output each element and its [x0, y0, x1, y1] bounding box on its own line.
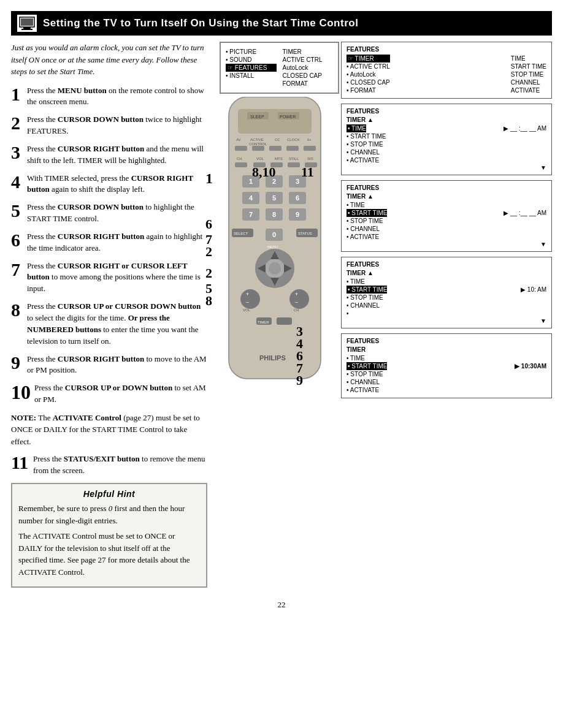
- svg-text:VOL: VOL: [256, 157, 264, 161]
- menu-item-picture: • PICTURE: [226, 48, 277, 56]
- svg-text:AV: AV: [236, 138, 241, 142]
- screen-4-start: • START TIME: [347, 286, 387, 294]
- step-text-1: Press the MENU button on the remote cont…: [27, 85, 207, 108]
- step-label-25-overlay: 2: [205, 265, 212, 281]
- step-text-4: With TIMER selected, press the CUR­SOR R…: [27, 173, 207, 196]
- steps-list: 1 Press the MENU button on the remote co…: [11, 85, 207, 406]
- svg-text:TIMER: TIMER: [258, 320, 269, 324]
- svg-point-61: [269, 262, 281, 275]
- screen-3-time: • TIME: [347, 201, 546, 209]
- svg-text:SLEEP: SLEEP: [250, 115, 264, 119]
- step-text-2: Press the CURSOR DOWN button twice to hi…: [27, 114, 207, 137]
- screen-2-activate: • ACTIVATE: [347, 156, 546, 164]
- step-text-3: Press the CURSOR RIGHT button and the me…: [27, 143, 207, 167]
- screen-3-title: FEATURES: [347, 184, 546, 191]
- screen-box-3: FEATURES TIMER ▲ • TIME • START TIME ▶ _…: [341, 180, 552, 252]
- header-icon: [17, 15, 37, 32]
- svg-text:8: 8: [272, 211, 276, 218]
- screen-box-1: FEATURES ☞ TIMER • ACTIVE CTRL • AutoLoc…: [341, 42, 552, 99]
- step-label-9-overlay: 9: [296, 373, 303, 389]
- screen-1-chan-r: CHANNEL: [511, 78, 546, 86]
- svg-text:CC: CC: [275, 138, 280, 142]
- svg-rect-72: [277, 317, 292, 325]
- svg-text:VOL: VOL: [243, 308, 251, 312]
- note-text: NOTE: The ACTIVATE Control (page 27) mus…: [11, 412, 207, 448]
- hint-box: Helpful Hint Remember, be sure to press …: [11, 483, 207, 588]
- menu-item-active-ctrl: ACTIVE CTRL: [283, 56, 334, 64]
- svg-text:9: 9: [296, 211, 299, 218]
- svg-text:5: 5: [272, 194, 276, 202]
- step-number-7: 7: [11, 260, 22, 279]
- step-10: 10 Press the CURSOR UP or DOWN button to…: [11, 382, 207, 406]
- screen-3-activate: • ACTIVATE: [347, 233, 546, 241]
- svg-text:0+: 0+: [307, 138, 312, 142]
- svg-text:+: +: [246, 291, 249, 297]
- svg-rect-16: [235, 146, 247, 151]
- screen-5-channel: • CHANNEL: [347, 378, 546, 386]
- svg-text:MTS: MTS: [275, 157, 283, 161]
- hint-line-1: Remember, be sure to press 0 first and t…: [18, 502, 200, 526]
- screen-3-subtitle: TIMER ▲: [347, 193, 546, 200]
- step-number-11: 11: [11, 453, 25, 472]
- svg-rect-19: [286, 146, 299, 151]
- svg-text:–: –: [246, 299, 249, 305]
- menu-screen: • PICTURE • SOUND ☞ FEATURES • INSTALL T…: [220, 42, 339, 94]
- menu-item-install: • INSTALL: [226, 72, 277, 80]
- screen-2-stop: • STOP TIME: [347, 140, 546, 148]
- svg-rect-26: [235, 162, 247, 167]
- screen-1-stop-r: STOP TIME: [511, 70, 546, 78]
- svg-text:CONTROL: CONTROL: [249, 142, 267, 146]
- svg-text:ACTIVE: ACTIVE: [250, 138, 264, 142]
- step-label-8bot-overlay: 8: [205, 293, 212, 309]
- svg-text:4: 4: [249, 194, 253, 202]
- screen-1-title: FEATURES: [347, 46, 546, 53]
- step-text-9: Press the CURSOR RIGHT button to move to…: [27, 354, 207, 377]
- svg-point-63: [240, 289, 260, 309]
- menu-item-autolock: AutoLock: [283, 64, 334, 72]
- svg-text:CH: CH: [294, 308, 299, 312]
- step-number-9: 9: [11, 354, 22, 372]
- step-9: 9 Press the CURSOR RIGHT button to move …: [11, 354, 207, 377]
- step-7: 7 Press the CURSOR RIGHT or CUR­SOR LEFT…: [11, 260, 207, 295]
- screen-4-stop: • STOP TIME: [347, 294, 546, 301]
- screen-4-start-val: ▶ 10: AM: [521, 286, 546, 294]
- menu-item-closed-cap: CLOSED CAP: [283, 72, 334, 80]
- svg-text:3: 3: [296, 178, 299, 185]
- screen-3-start: • START TIME: [347, 209, 387, 217]
- svg-text:POWER: POWER: [280, 115, 296, 119]
- screen-3-stop: • STOP TIME: [347, 217, 546, 225]
- menu-item-timer: TIMER: [283, 48, 334, 56]
- left-column: Just as you would an alarm clock, you ca…: [11, 42, 207, 588]
- step-number-1: 1: [11, 85, 22, 104]
- screen-4-channel: • CHANNEL: [347, 301, 546, 309]
- screen-5-start: • START TIME: [347, 362, 387, 370]
- screen-1-time-r: TIME: [511, 55, 546, 63]
- step-1: 1 Press the MENU button on the remote co…: [11, 85, 207, 108]
- screen-5-title: FEATURES: [347, 338, 546, 344]
- screen-box-5: FEATURES TIMER • TIME • START TIME ▶ 10:…: [341, 333, 552, 398]
- screen-box-4: FEATURES TIMER ▲ • TIME • START TIME ▶ 1…: [341, 257, 552, 328]
- svg-text:0: 0: [272, 231, 276, 238]
- svg-text:PHILIPS: PHILIPS: [259, 354, 286, 362]
- menu-item-features: ☞ FEATURES: [226, 64, 277, 72]
- svg-rect-2: [21, 29, 33, 30]
- svg-rect-17: [252, 146, 264, 151]
- step-number-4: 4: [11, 173, 22, 191]
- intro-text: Just as you would an alarm clock, you ca…: [11, 42, 207, 78]
- step-5: 5 Press the CURSOR DOWN button to highli…: [11, 202, 207, 225]
- step-number-3: 3: [11, 143, 22, 162]
- svg-rect-20: [304, 146, 316, 151]
- svg-text:CLOCK: CLOCK: [287, 138, 300, 142]
- screen-3-channel: • CHANNEL: [347, 225, 546, 233]
- svg-rect-3: [21, 18, 33, 26]
- step-11: 11 Press the STATUS/EXIT button to remov…: [11, 453, 207, 477]
- step-label-11-overlay: 11: [301, 164, 314, 180]
- screen-2-subtitle: TIMER ▲: [347, 116, 546, 123]
- screen-3-start-val: ▶ __ :__ __ AM: [504, 209, 546, 217]
- svg-text:STATUS: STATUS: [298, 232, 312, 235]
- screen-2-start: • START TIME: [347, 132, 546, 140]
- screen-5-time: • TIME: [347, 354, 546, 362]
- step-8: 8 Press the CURSOR UP or CURSOR DOWN but…: [11, 301, 207, 347]
- step-2: 2 Press the CURSOR DOWN button twice to …: [11, 114, 207, 137]
- page-title: Setting the TV to Turn Itself On Using t…: [43, 17, 358, 29]
